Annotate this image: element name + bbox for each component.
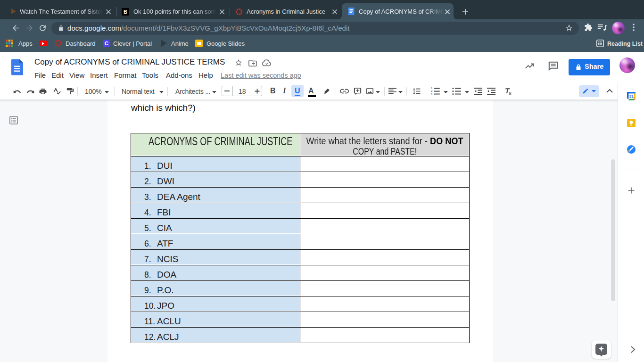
svg-text:31: 31: [629, 94, 634, 99]
svg-text:3: 3: [431, 93, 432, 95]
svg-text:2: 2: [431, 90, 432, 92]
svg-text:1: 1: [431, 87, 432, 90]
